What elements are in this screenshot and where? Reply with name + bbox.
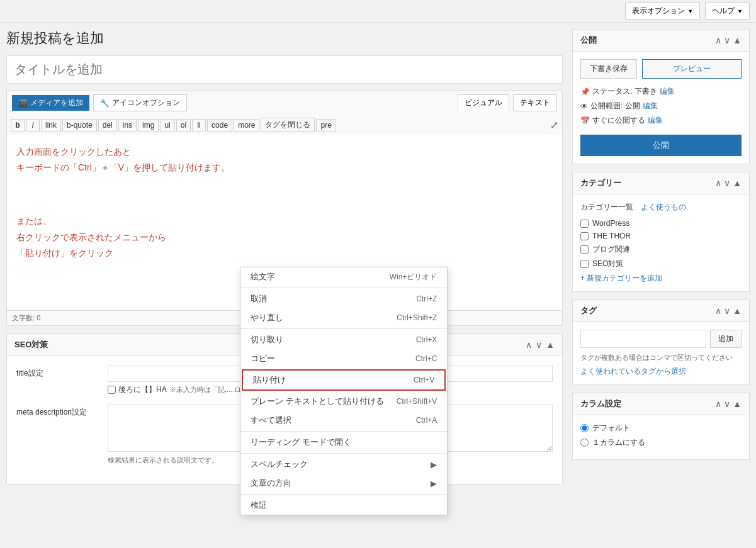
cat-check-the-thor[interactable]: [580, 232, 589, 240]
ctx-copy[interactable]: コピー Ctrl+C: [240, 349, 447, 368]
alt-line1: または、: [16, 213, 553, 229]
format-ul[interactable]: ul: [160, 119, 174, 131]
publish-panel: 公開 ∧ ∨ ▲ 下書き保存 プレビュー: [572, 29, 750, 164]
top-bar: 表示オプション ▼ ヘルプ ▼: [0, 0, 756, 23]
format-li[interactable]: li: [192, 119, 206, 131]
publish-button[interactable]: 公開: [580, 135, 742, 156]
tag-note: タグが複数ある場合はコンマで区切ってください: [580, 353, 742, 362]
ctx-select-all[interactable]: すべて選択 Ctrl+A: [240, 411, 447, 430]
col-radio-default-input[interactable]: [580, 424, 589, 432]
format-more[interactable]: more: [234, 119, 259, 131]
add-media-button[interactable]: 🎬 メディアを追加: [12, 95, 89, 111]
tags-panel: タグ ∧ ∨ ▲ 追加 タグが複数ある場合はコンマで区切ってください: [572, 299, 750, 385]
ctx-undo[interactable]: 取消 Ctrl+Z: [240, 289, 447, 308]
ctx-paste[interactable]: 貼り付け Ctrl+V: [242, 369, 446, 391]
format-link[interactable]: link: [41, 119, 61, 131]
format-ol[interactable]: ol: [176, 119, 191, 131]
col-radio-default: デフォルト: [580, 423, 742, 433]
visual-tab[interactable]: ビジュアル: [458, 94, 509, 111]
tag-collapse-down[interactable]: ∨: [724, 306, 730, 316]
display-options-button[interactable]: 表示オプション ▼: [625, 3, 700, 20]
meta-field-label: meta description設定: [16, 405, 98, 418]
popular-tags-link[interactable]: よく使われているタグから選択: [580, 367, 686, 376]
schedule-row: 📅 すぐに公開する 編集: [580, 115, 742, 126]
draft-save-button[interactable]: 下書き保存: [580, 59, 637, 79]
format-del[interactable]: del: [98, 119, 117, 131]
cat-tab-all[interactable]: カテゴリー一覧: [580, 202, 633, 213]
ctx-emoji[interactable]: 絵文字 Win+ピリオド: [240, 267, 447, 286]
cat-collapse-up[interactable]: ∧: [715, 178, 721, 188]
format-i[interactable]: i: [26, 119, 40, 131]
ctx-redo[interactable]: やり直し Ctrl+Shift+Z: [240, 308, 447, 327]
page-title: 新規投稿を追加: [6, 29, 563, 48]
tag-pin[interactable]: ▲: [733, 306, 742, 316]
ctx-spellcheck[interactable]: スペルチェック ▶: [240, 455, 447, 474]
status-value: 下書き: [635, 86, 657, 97]
categories-panel: カテゴリー ∧ ∨ ▲ カテゴリー一覧 よく使うもの WordPress: [572, 172, 750, 292]
main-layout: 新規投稿を追加 🎬 メディアを追加 🔧 アイコンオプション ビジュアル テキスト: [0, 23, 756, 548]
editor-area[interactable]: 入力画面をクリックしたあと キーボードの「Ctrl」＋「V」を押して貼り付けます…: [6, 135, 563, 311]
tag-collapse-up[interactable]: ∧: [715, 306, 721, 316]
schedule-edit-link[interactable]: 編集: [648, 115, 663, 126]
format-close-tag[interactable]: タグを閉じる: [261, 118, 315, 132]
word-count-value: 0: [37, 314, 40, 322]
cat-check-wordpress[interactable]: [580, 220, 589, 228]
ctx-paste-shortcut: Ctrl+V: [414, 376, 435, 384]
ctx-reading-mode[interactable]: リーディング モードで開く: [240, 433, 447, 452]
cat-pin[interactable]: ▲: [733, 178, 742, 188]
tag-input[interactable]: [580, 330, 706, 348]
format-pre[interactable]: pre: [316, 119, 336, 131]
publish-collapse-down[interactable]: ∨: [724, 35, 730, 45]
cat-collapse-down[interactable]: ∨: [724, 178, 730, 188]
visibility-edit-link[interactable]: 編集: [643, 101, 658, 111]
preview-button[interactable]: プレビュー: [642, 59, 742, 79]
post-title-input[interactable]: [6, 55, 563, 84]
col-radio-default-label: デフォルト: [592, 423, 630, 433]
expand-editor-button[interactable]: ⤢: [550, 119, 558, 131]
seo-collapse-up[interactable]: ∧: [526, 340, 532, 350]
categories-panel-controls: ∧ ∨ ▲: [715, 178, 742, 188]
ctx-inspect[interactable]: 検証: [240, 496, 447, 515]
display-options-arrow: ▼: [687, 8, 693, 14]
add-category-link[interactable]: + 新規カテゴリーを追加: [580, 274, 662, 282]
col-collapse-up[interactable]: ∧: [715, 399, 721, 409]
ctx-paste-plain[interactable]: プレーン テキストとして貼り付ける Ctrl+Shift+V: [240, 392, 447, 411]
schedule-label: すぐに公開する: [592, 115, 645, 126]
col-pin[interactable]: ▲: [733, 399, 742, 409]
format-img[interactable]: img: [138, 119, 159, 131]
help-label: ヘルプ: [712, 6, 735, 16]
publish-pin[interactable]: ▲: [733, 35, 742, 45]
publish-collapse-up[interactable]: ∧: [715, 35, 721, 45]
icon-options-button[interactable]: 🔧 アイコンオプション: [93, 94, 187, 111]
ctx-divider-1: [240, 288, 447, 288]
ctx-spellcheck-label: スペルチェック: [251, 459, 308, 470]
visibility-label: 公開範囲:: [590, 101, 623, 111]
format-code[interactable]: code: [207, 119, 232, 131]
cat-tab-used[interactable]: よく使うもの: [641, 202, 686, 213]
col-collapse-down[interactable]: ∨: [724, 399, 730, 409]
format-b[interactable]: b: [11, 119, 25, 131]
cat-check-blog[interactable]: [580, 245, 589, 254]
ctx-spellcheck-arrow: ▶: [431, 460, 437, 469]
title-checkbox[interactable]: [108, 386, 116, 394]
draft-save-label: 下書き保存: [590, 64, 628, 73]
text-tab[interactable]: テキスト: [513, 94, 557, 111]
format-bquote[interactable]: b-quote: [62, 119, 97, 131]
col-radio-single-input[interactable]: [580, 439, 589, 447]
help-button[interactable]: ヘルプ ▼: [705, 3, 750, 20]
editor-toolbar: 🎬 メディアを追加 🔧 アイコンオプション ビジュアル テキスト: [6, 90, 563, 115]
media-icon: 🎬: [18, 99, 28, 108]
seo-pin[interactable]: ▲: [546, 340, 555, 350]
add-tag-button[interactable]: 追加: [710, 330, 742, 348]
column-panel-body: デフォルト １カラムにする: [573, 415, 749, 459]
ctx-text-direction[interactable]: 文章の方向 ▶: [240, 474, 447, 493]
ctx-emoji-label: 絵文字: [251, 271, 275, 282]
format-ins[interactable]: ins: [118, 119, 137, 131]
seo-collapse-down[interactable]: ∨: [536, 340, 542, 350]
status-edit-link[interactable]: 編集: [660, 86, 675, 97]
cat-check-seo[interactable]: [580, 260, 589, 268]
ctx-cut[interactable]: 切り取り Ctrl+X: [240, 330, 447, 349]
publish-panel-body: 下書き保存 プレビュー 📌 ステータス: 下書き 編集 👁: [573, 52, 749, 164]
publish-label: 公開: [653, 140, 669, 150]
cat-label-wordpress: WordPress: [592, 219, 629, 228]
